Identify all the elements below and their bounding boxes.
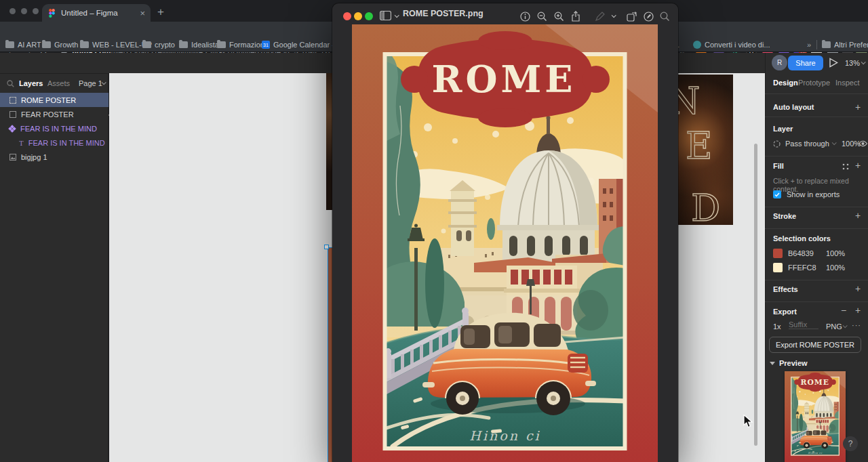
preview-section-toggle[interactable]: Preview — [770, 359, 808, 367]
selection-color-row[interactable]: B64839 100% — [773, 249, 845, 258]
calendar-icon: 31 — [262, 41, 270, 49]
zoom-in-icon[interactable] — [553, 10, 565, 22]
preview-window[interactable]: ROME POSTER.png — [332, 3, 678, 462]
info-icon[interactable] — [519, 10, 531, 22]
color-hex: B64839 — [788, 249, 821, 257]
triangle-down-icon — [770, 362, 775, 365]
image-layer-icon — [9, 154, 16, 161]
fill-add-icon[interactable]: + — [855, 160, 861, 171]
preview-window-title: ROME POSTER.png — [403, 9, 484, 18]
auto-layout-add-icon[interactable]: + — [855, 102, 861, 112]
layer-row-rome-poster[interactable]: ROME POSTER — [0, 93, 108, 107]
sidebar-toggle-chevron[interactable] — [395, 13, 399, 18]
visibility-eye-icon[interactable] — [859, 140, 867, 147]
sidebar-toggle-icon[interactable] — [380, 11, 391, 20]
folder-icon — [822, 41, 831, 48]
export-section-title: Export — [773, 308, 797, 316]
color-swatch-red[interactable] — [773, 249, 783, 258]
search-icon[interactable] — [658, 10, 671, 22]
bookmark-formazione[interactable]: Formazione — [217, 41, 269, 49]
color-opacity: 100% — [826, 264, 845, 272]
rotate-icon[interactable] — [625, 10, 637, 22]
mouse-cursor — [743, 415, 753, 428]
fear-poster-edge — [326, 73, 332, 210]
figma-favicon — [47, 9, 56, 18]
export-add-icon[interactable]: + — [855, 305, 861, 316]
page-selector[interactable]: Page 1 — [79, 79, 102, 87]
component-icon — [9, 125, 16, 132]
tab-inspect[interactable]: Inspect — [835, 79, 859, 87]
effects-section-title: Effects — [773, 285, 798, 293]
stroke-add-icon[interactable]: + — [855, 210, 861, 221]
bookmark-converti[interactable]: Converti i video di... — [693, 41, 770, 49]
layer-row-fear-component[interactable]: FEAR IS IN THE MIND — [0, 121, 108, 135]
text-layer-icon: T — [19, 139, 24, 147]
share-button[interactable]: Share — [788, 56, 823, 70]
export-remove-icon[interactable]: − — [841, 305, 846, 316]
zoom-traffic-light[interactable] — [365, 12, 373, 20]
converti-icon — [693, 41, 701, 49]
show-in-exports-row[interactable]: Show in exports — [773, 190, 840, 198]
tab-close-icon[interactable]: × — [140, 8, 145, 18]
zoom-out-icon[interactable] — [536, 10, 548, 22]
user-avatar[interactable]: R — [772, 55, 787, 70]
bookmark-altri-preferiti[interactable]: Altri Preferiti — [822, 41, 868, 49]
close-traffic-light[interactable] — [343, 12, 351, 20]
bookmark-growth[interactable]: Growth — [42, 41, 78, 49]
present-icon[interactable] — [829, 58, 838, 68]
window-zoom-button[interactable] — [33, 8, 39, 14]
folder-icon — [80, 41, 89, 48]
search-icon[interactable] — [7, 80, 14, 87]
window-close-button[interactable] — [9, 8, 16, 14]
tab-assets[interactable]: Assets — [47, 79, 70, 87]
export-rome-poster-button[interactable]: Export ROME POSTER — [769, 337, 861, 353]
fear-letter-e: E — [686, 125, 712, 167]
rome-poster-image — [352, 24, 658, 462]
export-more-icon[interactable]: ··· — [852, 321, 861, 329]
bookmark-crypto[interactable]: crypto — [142, 41, 175, 49]
preview-titlebar[interactable]: ROME POSTER.png — [332, 3, 678, 24]
frame-icon — [9, 97, 16, 104]
export-scale[interactable]: 1x — [773, 322, 781, 331]
layers-panel: Layers Assets Page 1 ROME POSTER FEAR PO… — [0, 73, 108, 462]
tab-layers[interactable]: Layers — [19, 79, 43, 87]
tab-prototype[interactable]: Prototype — [798, 79, 830, 87]
layer-row-fear-text[interactable]: T FEAR IS IN THE MIND — [0, 135, 108, 150]
export-suffix-input[interactable] — [789, 320, 818, 329]
selection-handle[interactable] — [324, 245, 329, 249]
new-tab-button[interactable]: + — [157, 5, 164, 19]
bookmark-idealista[interactable]: Idealista — [179, 41, 219, 49]
selection-color-row[interactable]: FFEFC8 100% — [773, 263, 845, 272]
zoom-level[interactable]: 13% — [845, 59, 860, 67]
layer-row-fear-poster[interactable]: FEAR POSTER — [0, 107, 108, 121]
tab-title: Untitled – Figma — [61, 9, 135, 17]
folder-icon — [142, 41, 151, 48]
bookmark-ai-art[interactable]: AI ART — [5, 41, 41, 49]
blend-mode-dropdown[interactable]: Pass through — [785, 140, 829, 148]
checkbox-checked-icon[interactable] — [773, 190, 781, 198]
tab-design[interactable]: Design — [773, 79, 798, 87]
color-swatch-cream[interactable] — [773, 263, 783, 272]
blend-mode-icon[interactable] — [773, 140, 781, 148]
fill-grid-icon[interactable] — [842, 163, 849, 170]
layer-row-bigjpg[interactable]: bigjpg 1 — [0, 150, 108, 164]
browser-tab[interactable]: Untitled – Figma × — [42, 4, 151, 22]
share-icon[interactable] — [570, 10, 582, 22]
color-opacity: 100% — [826, 249, 845, 257]
markup-pen-icon[interactable] — [593, 10, 606, 22]
annotate-icon[interactable] — [642, 10, 654, 22]
effects-add-icon[interactable]: + — [855, 283, 861, 294]
window-minimize-button[interactable] — [21, 8, 27, 14]
fear-poster-fragment: N E D — [673, 75, 733, 225]
bookmark-web-level-up[interactable]: WEB - LEVEL-UP — [80, 41, 152, 49]
layer-opacity[interactable]: 100% — [842, 140, 861, 148]
frame-icon — [9, 111, 16, 118]
canvas-scrollbar[interactable] — [754, 144, 757, 446]
export-format-dropdown[interactable]: PNG — [826, 322, 842, 331]
markup-chevron-icon[interactable] — [612, 13, 616, 18]
bookmarks-overflow-chevrons[interactable]: » — [807, 41, 811, 49]
layer-section-title: Layer — [773, 125, 793, 133]
help-button[interactable]: ? — [843, 436, 858, 451]
minimize-traffic-light[interactable] — [354, 12, 362, 20]
bookmark-google-calendar[interactable]: 31 Google Calendar -... — [262, 41, 340, 49]
